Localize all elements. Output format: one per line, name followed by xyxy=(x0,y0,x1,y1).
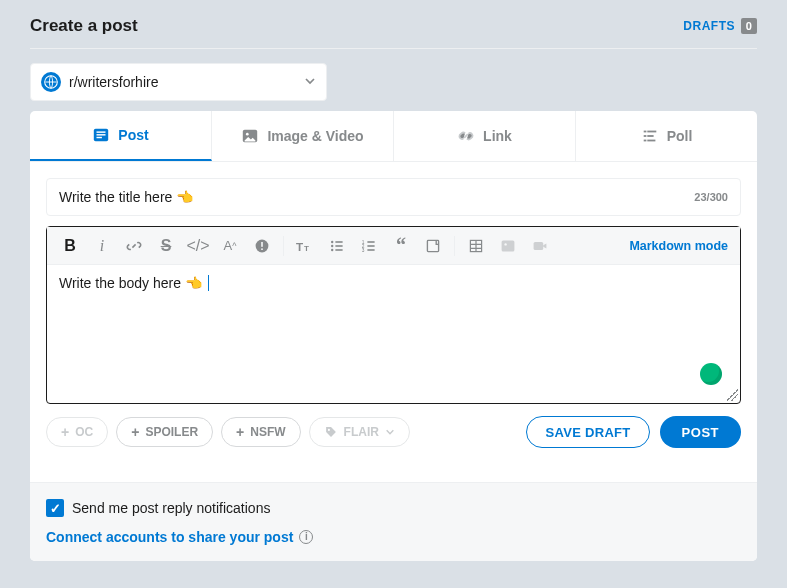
number-list-button[interactable]: 123 xyxy=(354,231,384,261)
drafts-label: DRAFTS xyxy=(683,19,735,33)
tab-link[interactable]: Link xyxy=(394,111,576,161)
tag-icon xyxy=(324,425,338,439)
svg-point-6 xyxy=(246,133,249,136)
post-button[interactable]: POST xyxy=(660,416,741,448)
plus-icon: + xyxy=(236,425,244,439)
svg-rect-21 xyxy=(335,245,342,247)
notifications-label: Send me post reply notifications xyxy=(72,500,270,516)
separator xyxy=(454,236,455,256)
quote-button[interactable]: “ xyxy=(386,231,416,261)
editor-toolbar: B i S </> A^ TT 123 “ xyxy=(47,227,740,265)
svg-rect-12 xyxy=(647,140,655,142)
drafts-button[interactable]: DRAFTS 0 xyxy=(683,18,757,34)
superscript-button[interactable]: A^ xyxy=(215,231,245,261)
title-value: Write the title here 👈 xyxy=(59,189,694,205)
chevron-down-icon xyxy=(304,74,316,90)
spoiler-tag-button[interactable]: + SPOILER xyxy=(116,417,213,447)
tab-post-label: Post xyxy=(118,127,148,143)
svg-point-22 xyxy=(331,248,333,250)
tabs: Post Image & Video Link Poll xyxy=(30,111,757,162)
save-draft-button[interactable]: SAVE DRAFT xyxy=(526,416,649,448)
title-text: Write the title here xyxy=(59,189,172,205)
title-input[interactable]: Write the title here 👈 23/300 xyxy=(46,178,741,216)
pointing-hand-icon: 👈 xyxy=(185,275,202,291)
body-editor: B i S </> A^ TT 123 “ xyxy=(46,226,741,404)
grammarly-icon[interactable] xyxy=(700,363,722,385)
connect-label: Connect accounts to share your post xyxy=(46,529,293,545)
flair-tag-button[interactable]: FLAIR xyxy=(309,417,410,447)
heading-button[interactable]: TT xyxy=(290,231,320,261)
svg-rect-9 xyxy=(643,135,646,137)
svg-rect-19 xyxy=(335,241,342,243)
resize-handle[interactable] xyxy=(726,389,738,401)
flair-label: FLAIR xyxy=(344,425,379,439)
bullet-list-button[interactable] xyxy=(322,231,352,261)
community-selector[interactable]: r/writersforhire xyxy=(30,63,327,101)
tab-link-label: Link xyxy=(483,128,512,144)
oc-label: OC xyxy=(75,425,93,439)
nsfw-label: NSFW xyxy=(250,425,285,439)
svg-point-18 xyxy=(331,240,333,242)
svg-rect-11 xyxy=(643,140,646,142)
codeblock-button[interactable] xyxy=(418,231,448,261)
bold-button[interactable]: B xyxy=(55,231,85,261)
italic-button[interactable]: i xyxy=(87,231,117,261)
footer: ✓ Send me post reply notifications Conne… xyxy=(30,482,757,561)
notifications-checkbox-row[interactable]: ✓ Send me post reply notifications xyxy=(46,499,741,517)
post-card: Post Image & Video Link Poll Write the t… xyxy=(30,111,757,561)
editor-body[interactable]: Write the body here 👈 xyxy=(47,265,740,403)
spoiler-button[interactable] xyxy=(247,231,277,261)
page-title: Create a post xyxy=(30,16,138,36)
svg-rect-29 xyxy=(367,249,374,251)
poll-icon xyxy=(641,127,659,145)
text-cursor xyxy=(208,275,209,291)
svg-rect-3 xyxy=(97,134,106,135)
video-insert-button[interactable] xyxy=(525,231,555,261)
body-text: Write the body here xyxy=(59,275,181,291)
tab-post[interactable]: Post xyxy=(30,111,212,161)
info-icon: i xyxy=(299,530,313,544)
link-icon xyxy=(457,127,475,145)
tab-image-video[interactable]: Image & Video xyxy=(212,111,394,161)
svg-rect-10 xyxy=(647,135,653,137)
svg-rect-7 xyxy=(643,131,646,133)
svg-rect-14 xyxy=(261,242,263,247)
svg-rect-30 xyxy=(427,240,438,251)
svg-point-20 xyxy=(331,244,333,246)
separator xyxy=(283,236,284,256)
chevron-down-icon xyxy=(385,427,395,437)
svg-rect-25 xyxy=(367,241,374,243)
code-button[interactable]: </> xyxy=(183,231,213,261)
markdown-mode-button[interactable]: Markdown mode xyxy=(629,239,732,253)
svg-text:3: 3 xyxy=(362,247,365,252)
community-icon xyxy=(41,72,61,92)
svg-rect-8 xyxy=(647,131,656,133)
title-counter: 23/300 xyxy=(694,191,728,203)
svg-rect-34 xyxy=(534,242,544,250)
image-icon xyxy=(241,127,259,145)
plus-icon: + xyxy=(61,425,69,439)
svg-point-35 xyxy=(327,429,329,431)
tags-row: + OC + SPOILER + NSFW FLAIR SAVE DRA xyxy=(46,416,741,448)
svg-text:T: T xyxy=(304,243,309,252)
spoiler-label: SPOILER xyxy=(145,425,198,439)
tab-poll-label: Poll xyxy=(667,128,693,144)
oc-tag-button[interactable]: + OC xyxy=(46,417,108,447)
svg-rect-2 xyxy=(97,131,106,132)
image-insert-button[interactable] xyxy=(493,231,523,261)
checkbox-checked-icon[interactable]: ✓ xyxy=(46,499,64,517)
table-button[interactable] xyxy=(461,231,491,261)
tab-image-label: Image & Video xyxy=(267,128,363,144)
strikethrough-button[interactable]: S xyxy=(151,231,181,261)
link-button[interactable] xyxy=(119,231,149,261)
header: Create a post DRAFTS 0 xyxy=(30,10,757,49)
connect-accounts-link[interactable]: Connect accounts to share your post i xyxy=(46,529,741,545)
drafts-count: 0 xyxy=(741,18,757,34)
svg-text:T: T xyxy=(296,239,304,252)
svg-rect-4 xyxy=(97,137,102,138)
svg-rect-15 xyxy=(261,248,263,250)
svg-point-33 xyxy=(504,243,506,245)
nsfw-tag-button[interactable]: + NSFW xyxy=(221,417,301,447)
svg-rect-27 xyxy=(367,245,374,247)
tab-poll[interactable]: Poll xyxy=(576,111,757,161)
